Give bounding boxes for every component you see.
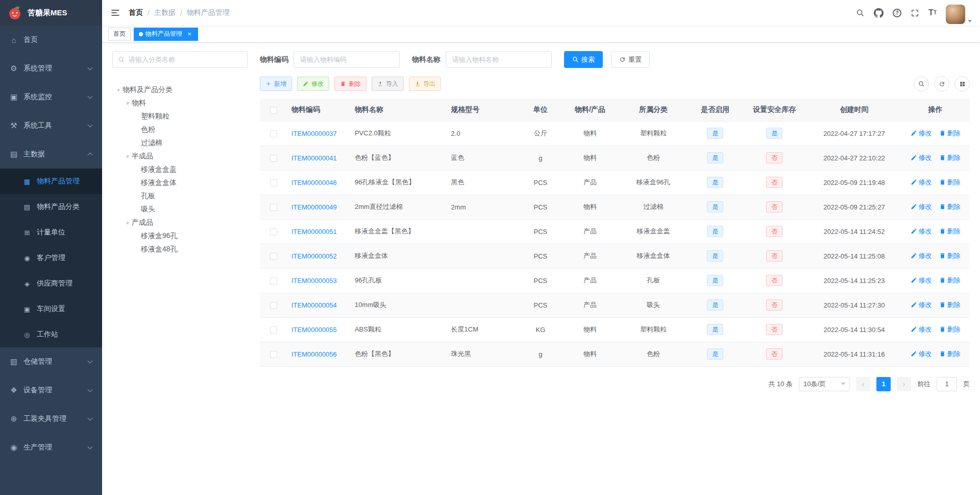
sidebar-item[interactable]: ◉生产管理 bbox=[0, 433, 102, 462]
row-checkbox[interactable] bbox=[270, 253, 277, 260]
tab[interactable]: 物料产品管理× bbox=[134, 28, 198, 41]
row-checkbox[interactable] bbox=[270, 204, 277, 211]
row-edit-link[interactable]: 修改 bbox=[911, 300, 932, 310]
tree-node[interactable]: 移液盒48孔 bbox=[112, 243, 248, 256]
export-button[interactable]: 导出 bbox=[409, 77, 441, 91]
row-checkbox[interactable] bbox=[270, 351, 277, 358]
sidebar-item[interactable]: ▤主数据 bbox=[0, 140, 102, 169]
tree-node[interactable]: ▾物料及产品分类 bbox=[112, 83, 248, 97]
tree-node[interactable]: ▾半成品 bbox=[112, 150, 248, 163]
row-delete-link[interactable]: 删除 bbox=[939, 153, 961, 162]
row-edit-link[interactable]: 修改 bbox=[911, 202, 932, 211]
github-icon[interactable] bbox=[874, 8, 884, 18]
row-checkbox[interactable] bbox=[270, 277, 277, 285]
fullscreen-icon[interactable] bbox=[911, 9, 919, 17]
app-logo[interactable]: 苦糖果MES bbox=[0, 0, 102, 26]
import-button[interactable]: 导入 bbox=[372, 77, 404, 91]
name-input[interactable] bbox=[446, 51, 552, 68]
sidebar-item[interactable]: ⌂首页 bbox=[0, 26, 102, 54]
tree-filter bbox=[112, 51, 248, 68]
tree-node[interactable]: 移液盒96孔 bbox=[112, 229, 248, 243]
row-edit-link[interactable]: 修改 bbox=[911, 349, 932, 359]
sidebar-subitem[interactable]: ◎工作站 bbox=[0, 322, 102, 347]
tree-filter-input[interactable] bbox=[129, 56, 242, 63]
search-button[interactable]: 搜索 bbox=[564, 51, 603, 68]
row-edit-link[interactable]: 修改 bbox=[911, 276, 932, 285]
tree-node[interactable]: 移液盒盒盖 bbox=[112, 163, 248, 176]
row-delete-link[interactable]: 删除 bbox=[939, 251, 961, 261]
row-delete-link[interactable]: 删除 bbox=[939, 349, 961, 359]
tree-node[interactable]: 移液盒盒体 bbox=[112, 176, 248, 190]
row-edit-link[interactable]: 修改 bbox=[911, 251, 932, 261]
prev-page-button[interactable]: ‹ bbox=[856, 377, 870, 391]
caret-down-icon[interactable]: ▾ bbox=[124, 220, 132, 226]
sidebar-item[interactable]: ⊕工装夹具管理 bbox=[0, 405, 102, 433]
page-1-button[interactable]: 1 bbox=[876, 377, 891, 391]
row-edit-link[interactable]: 修改 bbox=[911, 227, 932, 236]
reset-button[interactable]: 重置 bbox=[611, 51, 650, 68]
next-page-button[interactable]: › bbox=[897, 377, 911, 391]
font-size-icon[interactable]: TT bbox=[928, 9, 937, 17]
code-input[interactable] bbox=[293, 51, 400, 68]
row-checkbox[interactable] bbox=[270, 326, 277, 334]
page-size-select[interactable]: 10条/页 bbox=[799, 377, 850, 391]
avatar[interactable] bbox=[946, 5, 965, 24]
sidebar-item[interactable]: ▣系统监控 bbox=[0, 83, 102, 111]
user-menu[interactable] bbox=[946, 2, 972, 24]
sidebar-item[interactable]: ⚙系统管理 bbox=[0, 54, 102, 83]
add-button[interactable]: 新增 bbox=[260, 77, 292, 91]
caret-down-icon[interactable]: ▾ bbox=[114, 87, 122, 93]
sidebar-subitem[interactable]: ⊞计量单位 bbox=[0, 220, 102, 245]
row-edit-link[interactable]: 修改 bbox=[911, 129, 932, 138]
help-icon[interactable]: ? bbox=[893, 9, 901, 17]
row-edit-link[interactable]: 修改 bbox=[911, 153, 932, 162]
row-delete-link[interactable]: 删除 bbox=[939, 202, 961, 211]
row-delete-link[interactable]: 删除 bbox=[939, 325, 961, 334]
sidebar-item[interactable]: ⚒系统工具 bbox=[0, 111, 102, 140]
toggle-search-button[interactable] bbox=[914, 76, 929, 91]
breadcrumb-item[interactable]: 主数据 bbox=[154, 8, 176, 17]
row-checkbox[interactable] bbox=[270, 228, 277, 235]
caret-down-icon[interactable]: ▾ bbox=[124, 153, 132, 160]
tree-node[interactable]: 吸头 bbox=[112, 203, 248, 216]
goto-page-input[interactable] bbox=[937, 377, 957, 391]
tree-node[interactable]: ▾物料 bbox=[112, 97, 248, 110]
search-icon[interactable] bbox=[856, 9, 865, 17]
tab[interactable]: 首页 bbox=[108, 28, 131, 41]
sidebar-subitem[interactable]: ◈供应商管理 bbox=[0, 271, 102, 296]
breadcrumb-item[interactable]: 首页 bbox=[129, 8, 143, 17]
caret-down-icon[interactable]: ▾ bbox=[124, 100, 132, 107]
row-edit-link[interactable]: 修改 bbox=[911, 325, 932, 334]
select-all-checkbox[interactable] bbox=[270, 107, 277, 114]
sidebar-subitem[interactable]: ▣车间设置 bbox=[0, 296, 102, 322]
sidebar-item[interactable]: ❖设备管理 bbox=[0, 376, 102, 405]
delete-button[interactable]: 删除 bbox=[334, 77, 366, 91]
search-icon bbox=[118, 56, 125, 63]
row-delete-link[interactable]: 删除 bbox=[939, 129, 961, 138]
refresh-button[interactable] bbox=[934, 76, 949, 91]
sidebar-item[interactable]: ▥仓储管理 bbox=[0, 347, 102, 376]
tree-node[interactable]: ▾产成品 bbox=[112, 216, 248, 229]
tree-node[interactable]: 孔板 bbox=[112, 190, 248, 203]
row-delete-link[interactable]: 删除 bbox=[939, 300, 961, 310]
tab-close-icon[interactable]: × bbox=[186, 31, 193, 38]
row-checkbox[interactable] bbox=[270, 155, 277, 162]
row-edit-link[interactable]: 修改 bbox=[911, 178, 932, 187]
cell-type: 产品 bbox=[562, 170, 618, 195]
tree-node[interactable]: 色粉 bbox=[112, 123, 248, 136]
sidebar-subitem[interactable]: ◉客户管理 bbox=[0, 245, 102, 271]
row-checkbox[interactable] bbox=[270, 130, 277, 137]
sidebar-subitem[interactable]: ▦物料产品管理 bbox=[0, 169, 102, 194]
edit-button[interactable]: 修改 bbox=[297, 77, 329, 91]
column-toggle-button[interactable] bbox=[954, 76, 970, 91]
tree-node[interactable]: 过滤棉 bbox=[112, 136, 248, 150]
row-checkbox[interactable] bbox=[270, 179, 277, 186]
sidebar-subitem[interactable]: ▤物料产品分类 bbox=[0, 194, 102, 220]
hamburger-icon[interactable] bbox=[110, 8, 120, 18]
row-checkbox[interactable] bbox=[270, 302, 277, 309]
row-delete-link[interactable]: 删除 bbox=[939, 178, 961, 187]
row-delete-link[interactable]: 删除 bbox=[939, 276, 961, 285]
row-delete-link[interactable]: 删除 bbox=[939, 227, 961, 236]
breadcrumb-item[interactable]: 物料产品管理 bbox=[187, 8, 230, 17]
tree-node[interactable]: 塑料颗粒 bbox=[112, 110, 248, 123]
